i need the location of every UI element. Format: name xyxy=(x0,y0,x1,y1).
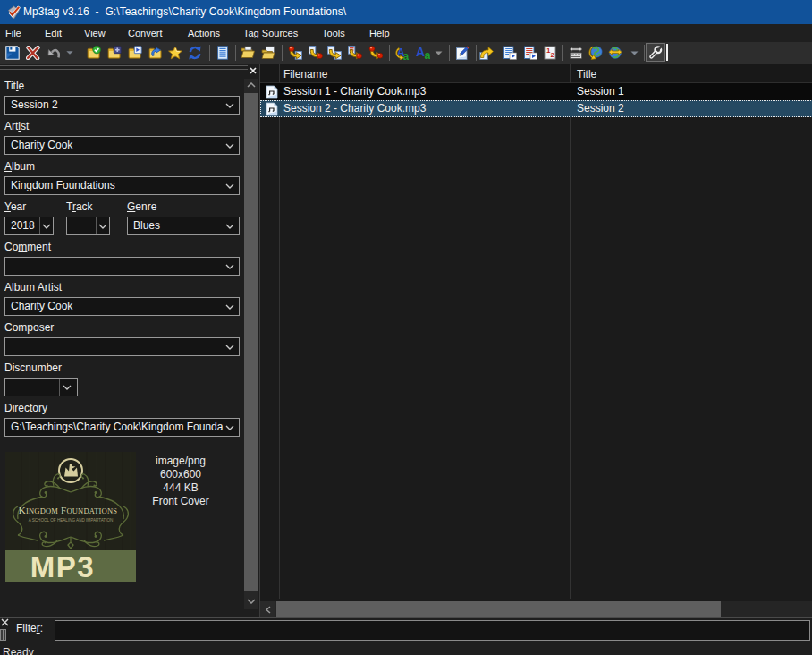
svg-text:A SCHOOL OF HEALING AND IMPART: A SCHOOL OF HEALING AND IMPARTATION xyxy=(29,518,114,523)
svg-text:a: a xyxy=(425,49,431,60)
svg-text:KINGDOM FOUNDATIONS: KINGDOM FOUNDATIONS xyxy=(19,505,117,515)
svg-text:MP3: MP3 xyxy=(30,550,95,582)
svg-text:a: a xyxy=(403,50,410,61)
svg-text:2: 2 xyxy=(551,51,555,59)
